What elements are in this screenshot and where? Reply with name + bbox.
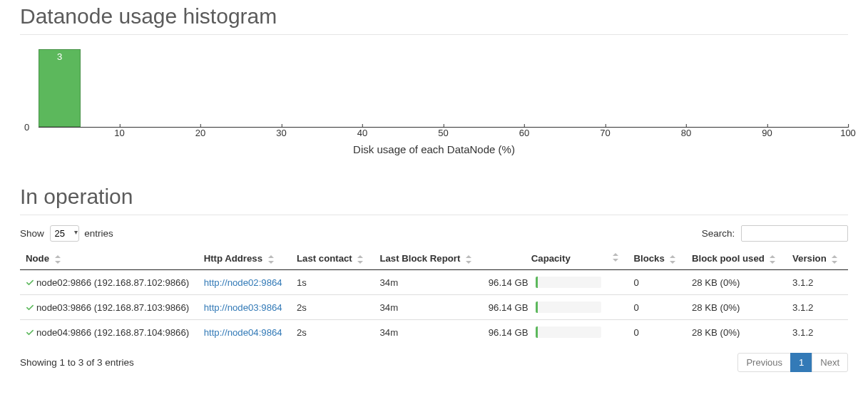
cell-node: node03:9866 (192.168.87.103:9866) — [20, 295, 198, 320]
table-row: node04:9866 (192.168.87.104:9866)http://… — [20, 320, 848, 345]
capacity-bar — [536, 302, 601, 313]
cell-last-block-report: 34m — [374, 295, 482, 320]
length-show-label: Show — [20, 228, 44, 239]
x-tick-50: 50 — [438, 128, 448, 138]
datanode-table: Node Http Address Last contact Last Bloc… — [20, 247, 848, 344]
x-tick-100: 100 — [840, 128, 856, 138]
cell-block-pool-used: 28 KB (0%) — [686, 320, 787, 345]
th-capacity[interactable]: Capacity — [483, 247, 628, 270]
pagination: Previous 1 Next — [738, 353, 848, 372]
x-tick-80: 80 — [681, 128, 691, 138]
cell-capacity: 96.14 GB — [483, 295, 628, 320]
cell-version: 3.1.2 — [787, 270, 848, 295]
check-icon — [26, 304, 34, 312]
cell-last-block-report: 34m — [374, 270, 482, 295]
cell-capacity: 96.14 GB — [483, 320, 628, 345]
x-tick-20: 20 — [195, 128, 205, 138]
x-tick-30: 30 — [276, 128, 286, 138]
in-operation-title: In operation — [20, 185, 848, 215]
sort-icon — [669, 255, 679, 264]
search-control: Search: — [702, 225, 848, 242]
sort-icon — [831, 255, 841, 264]
sort-icon — [612, 253, 622, 262]
cell-version: 3.1.2 — [787, 320, 848, 345]
th-node[interactable]: Node — [20, 247, 198, 270]
th-last-contact[interactable]: Last contact — [291, 247, 374, 270]
cell-last-contact: 2s — [291, 295, 374, 320]
cell-http: http://node02:9864 — [198, 270, 291, 295]
table-row: node03:9866 (192.168.87.103:9866)http://… — [20, 295, 848, 320]
cell-blocks: 0 — [628, 295, 685, 320]
cell-node: node04:9866 (192.168.87.104:9866) — [20, 320, 198, 345]
cell-last-contact: 1s — [291, 270, 374, 295]
histogram-plot-area: 0 3 — [39, 49, 848, 128]
sort-icon — [357, 255, 367, 264]
histogram-bar-0: 3 — [39, 49, 81, 127]
length-entries-label: entries — [84, 228, 113, 239]
cell-capacity: 96.14 GB — [483, 270, 628, 295]
x-tick-10: 10 — [114, 128, 124, 138]
cell-block-pool-used: 28 KB (0%) — [686, 295, 787, 320]
sort-icon — [54, 255, 64, 264]
cell-blocks: 0 — [628, 270, 685, 295]
th-last-block-report[interactable]: Last Block Report — [374, 247, 482, 270]
http-address-link[interactable]: http://node02:9864 — [204, 277, 282, 288]
x-tick-70: 70 — [600, 128, 610, 138]
th-version[interactable]: Version — [787, 247, 848, 270]
page-1-button[interactable]: 1 — [790, 353, 812, 372]
page-length-select[interactable]: 25 — [50, 225, 79, 242]
th-block-pool-used[interactable]: Block pool used — [686, 247, 787, 270]
capacity-bar — [536, 326, 601, 338]
search-input[interactable] — [741, 225, 848, 242]
x-tick-60: 60 — [519, 128, 529, 138]
sort-icon — [465, 255, 475, 264]
capacity-bar — [536, 277, 601, 288]
http-address-link[interactable]: http://node03:9864 — [204, 302, 282, 313]
x-tick-40: 40 — [357, 128, 367, 138]
histogram-y-zero: 0 — [24, 122, 29, 133]
histogram-xlabel: Disk usage of each DataNode (%) — [20, 143, 848, 155]
histogram-x-ticks: 10 20 30 40 50 60 70 80 90 100 — [39, 128, 848, 140]
th-http[interactable]: Http Address — [198, 247, 291, 270]
previous-button[interactable]: Previous — [737, 353, 791, 372]
cell-http: http://node03:9864 — [198, 295, 291, 320]
cell-http: http://node04:9864 — [198, 320, 291, 345]
cell-block-pool-used: 28 KB (0%) — [686, 270, 787, 295]
cell-node: node02:9866 (192.168.87.102:9866) — [20, 270, 198, 295]
table-info: Showing 1 to 3 of 3 entries — [20, 357, 134, 368]
histogram-title: Datanode usage histogram — [20, 4, 848, 35]
cell-last-contact: 2s — [291, 320, 374, 345]
histogram-chart: 0 3 10 20 30 40 50 60 70 80 90 100 Disk … — [20, 49, 848, 156]
sort-icon — [769, 255, 779, 264]
length-control: Show 25 entries — [20, 225, 113, 242]
th-blocks[interactable]: Blocks — [628, 247, 685, 270]
check-icon — [26, 329, 34, 337]
sort-icon — [267, 255, 277, 264]
next-button[interactable]: Next — [812, 353, 848, 372]
search-label: Search: — [702, 228, 735, 239]
x-tick-90: 90 — [762, 128, 772, 138]
cell-version: 3.1.2 — [787, 295, 848, 320]
http-address-link[interactable]: http://node04:9864 — [204, 327, 282, 338]
check-icon — [26, 279, 34, 287]
table-row: node02:9866 (192.168.87.102:9866)http://… — [20, 270, 848, 295]
cell-last-block-report: 34m — [374, 320, 482, 345]
cell-blocks: 0 — [628, 320, 685, 345]
